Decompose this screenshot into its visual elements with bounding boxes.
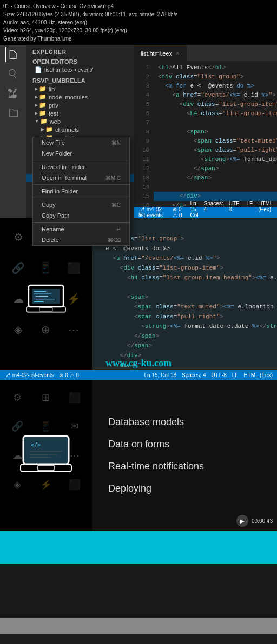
topic-1: Database models [108,411,261,433]
ctx-sep1 [33,160,129,160]
play-button[interactable]: ▶ [236,515,248,527]
svg-rect-9 [23,436,69,464]
grid-icon-4: 🔗 [5,254,31,283]
grid-icon-10: ◈ [5,315,31,344]
grid-icon-5: 📱 [33,254,58,283]
context-menu: New File⌘N New Folder Reveal in Finder O… [32,137,130,218]
ctx-copy-path[interactable]: Copy Path [33,210,129,218]
sidebar: EXPLORER OPEN EDITORS 📄 list.html.eex • … [26,45,134,218]
tab-bar: list.html.eex ✕ [134,45,277,61]
meta-bar: 01 - Course Overview - Course Overview.m… [0,0,277,45]
meta-title: 01 - Course Overview - Course Overview.m… [3,2,274,10]
status-branch: ⎇ m4-02-list-events [138,206,166,218]
v1-lang: HTML (Eex) [243,372,273,378]
ctx-copy[interactable]: Copy⌘C [33,199,129,210]
ctx-find-folder[interactable]: Find in Folder [33,186,129,197]
line-numbers: 12345 678910 1112131415 161718 [134,61,154,207]
video-controls: ▶ 00:00:43 [236,515,273,527]
project-section[interactable]: RSVP_UMBRELLA [26,76,134,85]
source-control-icon[interactable] [5,86,21,101]
tree-channels[interactable]: ▶📁channels [26,125,134,133]
topic-3: Real-time notifications [108,455,261,478]
bottom-dark-section [0,564,277,618]
activity-bar [0,45,26,218]
laptop-code-illustration: </> [19,432,73,479]
v1-encoding: UTF-8 [211,372,226,378]
explorer-icon[interactable] [5,47,21,62]
timestamp: 00:00:43 [252,518,273,524]
v1-line-col: Ln 15, Col 18 [144,372,176,378]
bottom-gray-section [0,618,277,634]
topic-2: Data on forms [108,433,261,455]
ctx-sep2 [33,184,129,185]
grid-icon-12: ⋯ [61,315,87,344]
open-editors-section[interactable]: OPEN EDITORS [26,57,134,66]
play-icon: ▶ [240,518,245,524]
g2-icon-2: ⊞ [33,384,60,411]
topic-deploying: Deploying [108,478,261,500]
v1-eol: LF [232,372,239,378]
ctx-sep3 [33,198,129,198]
watermark: www.cg-ku.com [0,358,277,369]
meta-audio: Audio: aac, 44100 Hz, stereo (eng) [3,18,274,26]
video-left-2: ⚙ ⊞ ⬛ 🔗 📱 ✉ ☁ ⊕ ⋯ ◈ ⚡ ⬛ </> [0,380,92,531]
svg-rect-15 [38,465,54,471]
explorer-header: EXPLORER [26,45,134,57]
meta-generated: Generated by Thumbnail.me [3,35,274,43]
code-content[interactable]: <h1>All Events</h1> <div class="list-gro… [154,61,277,207]
tree-lib[interactable]: ▶📁lib [26,85,134,93]
v1-branch: ⎇ m4-02-list-events [4,372,54,378]
vscode-editor: EXPLORER OPEN EDITORS 📄 list.html.eex • … [0,45,277,218]
tab-close-icon[interactable]: ✕ [175,50,180,56]
search-icon[interactable] [5,66,21,82]
ctx-reveal-finder[interactable]: Reveal in Finder [33,162,129,172]
grid-icon-1: ⚙ [5,223,31,252]
meta-video: Video: h264, yuv420p, 1280x720, 30.00 fp… [3,26,274,35]
grid-icon-11: ⊕ [33,315,58,344]
open-file-item[interactable]: 📄 list.html.eex • event/ [26,66,134,74]
g2-icon-1: ⚙ [4,384,31,411]
video-section-2: ⚙ ⊞ ⬛ 🔗 📱 ✉ ☁ ⊕ ⋯ ◈ ⚡ ⬛ </> [0,380,277,531]
g2-icon-3: ⬛ [61,384,88,411]
bottom-teal-band [0,531,277,564]
status-bar: ⎇ m4-02-list-events ⊗ 0 ⚠ 0 Ln 15, Col 1… [134,207,277,218]
laptop-illustration [24,279,68,319]
tree-node-modules[interactable]: ▶📁node_modules [26,93,134,101]
v1-spaces: Spaces: 4 [182,372,206,378]
status-errors: ⊗ 0 ⚠ 0 [173,206,183,218]
tree-web[interactable]: ▼📁web [26,117,134,125]
editor-area: list.html.eex ✕ 12345 678910 1112131415 … [134,45,277,218]
ctx-open-terminal[interactable]: Open in Terminal⌘M C [33,172,129,183]
v1-errors: ⊗ 0 ⚠ 0 [59,372,78,378]
tab-filename: list.html.eex [141,50,172,57]
ctx-new-file[interactable]: New File⌘N [33,137,129,148]
active-tab[interactable]: list.html.eex ✕ [134,45,187,61]
meta-size: Size: 2465120 Bytes (2.35 MiB), duration… [3,10,274,18]
editor-content: 12345 678910 1112131415 161718 <h1>All E… [134,61,277,207]
video1-status-bar: ⎇ m4-02-list-events ⊗ 0 ⚠ 0 Ln 15, Col 1… [0,370,277,380]
topics-panel: Database models Data on forms Real-time … [92,380,277,531]
open-file-label: list.html.eex • event/ [44,67,93,73]
tree-test[interactable]: ▶📁test [26,109,134,117]
tree-priv[interactable]: ▶📁priv [26,101,134,109]
ctx-new-folder[interactable]: New Folder [33,148,129,159]
extensions-icon[interactable] [5,105,21,120]
grid-icon-6: ⬛ [61,254,87,283]
svg-text:</>: </> [31,442,41,448]
svg-rect-8 [39,307,52,311]
